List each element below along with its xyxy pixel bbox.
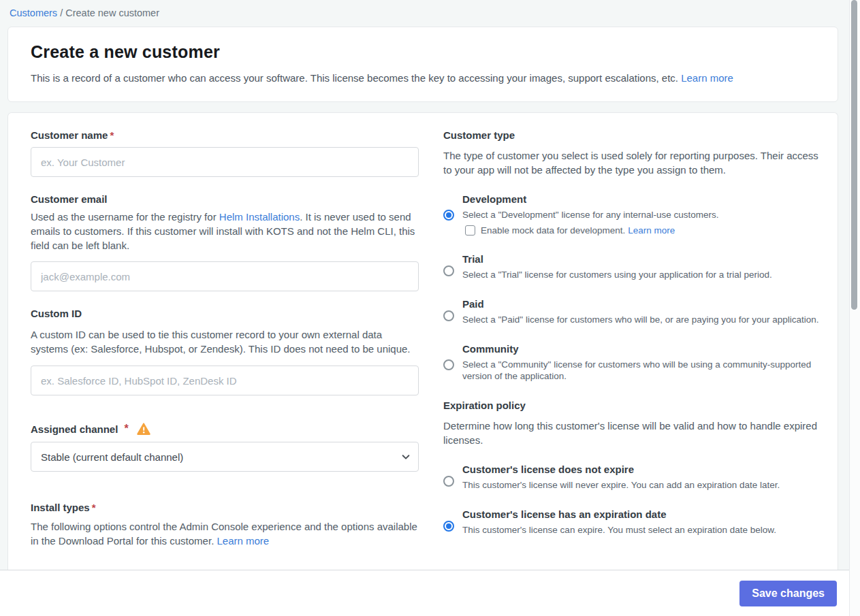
customer-name-label-text: Customer name — [31, 129, 108, 141]
breadcrumb-current: Create new customer — [65, 7, 159, 18]
expiration-policy-description: Determine how long this customer's licen… — [443, 419, 821, 447]
required-asterisk: * — [92, 502, 96, 513]
option-desc-trial: Select a "Trial" license for customers u… — [462, 269, 821, 280]
page-scrollbar-thumb[interactable] — [851, 0, 857, 310]
install-types-label: Install types* — [31, 502, 419, 513]
customer-type-option-community: Community Select a "Community" license f… — [443, 342, 821, 382]
customer-type-description: The type of customer you select is used … — [443, 149, 821, 177]
customer-type-option-trial: Trial Select a "Trial" license for custo… — [443, 252, 821, 280]
custom-id-label: Custom ID — [31, 308, 419, 319]
customer-type-options: Development Select a "Development" licen… — [443, 192, 823, 382]
footer-action-bar: Save changes — [0, 570, 849, 616]
customer-type-option-development: Development Select a "Development" licen… — [443, 192, 821, 236]
breadcrumb: Customers / Create new customer — [0, 0, 860, 18]
form-right-column: Customer type The type of customer you s… — [443, 129, 823, 552]
breadcrumb-customers-link[interactable]: Customers — [10, 7, 57, 18]
mock-data-checkbox-row: Enable mock data for development. Learn … — [462, 225, 821, 236]
expiration-option-no-expire: Customer's license does not expire This … — [443, 462, 821, 491]
customer-email-help: Used as the username for the registry fo… — [31, 210, 419, 253]
radio-trial[interactable] — [443, 265, 454, 276]
option-title-community: Community — [462, 342, 821, 357]
customer-form-card: Customer name* Customer email Used as th… — [7, 112, 838, 571]
assigned-channel-label-row: Assigned channel * — [31, 423, 419, 435]
mock-data-checkbox-label-text: Enable mock data for development. — [481, 225, 628, 236]
page-scrollbar-track[interactable] — [849, 0, 860, 616]
mock-data-checkbox-label: Enable mock data for development. Learn … — [481, 225, 675, 236]
mock-data-learn-more-link[interactable]: Learn more — [628, 225, 675, 236]
assigned-channel-label: Assigned channel — [31, 423, 118, 435]
option-title-development: Development — [462, 192, 821, 207]
option-desc-no-expire: This customer's license will never expir… — [462, 479, 821, 491]
header-learn-more-link[interactable]: Learn more — [681, 72, 733, 84]
customer-type-option-paid: Paid Select a "Paid" license for custome… — [443, 297, 821, 325]
customer-name-label: Customer name* — [31, 129, 419, 141]
form-left-column: Customer name* Customer email Used as th… — [31, 129, 419, 552]
page-title: Create a new customer — [23, 42, 815, 62]
expiration-policy-options: Customer's license does not expire This … — [443, 462, 823, 536]
expiration-policy-title: Expiration policy — [443, 400, 823, 411]
warning-triangle-icon — [137, 423, 150, 435]
assigned-channel-select[interactable]: Stable (current default channel) — [31, 442, 419, 472]
radio-license-has-expiration[interactable] — [443, 521, 454, 532]
option-title-trial: Trial — [462, 252, 821, 267]
customer-email-input[interactable] — [31, 261, 419, 291]
option-title-no-expire: Customer's license does not expire — [462, 462, 821, 477]
option-desc-community: Select a "Community" license for custome… — [462, 359, 821, 382]
helm-installations-link[interactable]: Helm Installations — [219, 211, 300, 223]
required-asterisk: * — [124, 423, 128, 435]
page-header-card: Create a new customer This is a record o… — [7, 27, 838, 102]
install-types-learn-more-link[interactable]: Learn more — [217, 535, 269, 547]
custom-id-help: A custom ID can be used to tie this cust… — [31, 327, 419, 356]
radio-development[interactable] — [443, 210, 454, 221]
option-desc-paid: Select a "Paid" license for customers wh… — [462, 314, 821, 325]
expiration-option-has-date: Customer's license has an expiration dat… — [443, 507, 821, 536]
customer-email-label: Customer email — [31, 193, 419, 205]
page-description-text: This is a record of a customer who can a… — [31, 72, 681, 84]
customer-type-title: Customer type — [443, 129, 823, 141]
required-asterisk: * — [110, 129, 114, 141]
radio-community[interactable] — [443, 359, 454, 370]
page-description: This is a record of a customer who can a… — [23, 72, 815, 84]
radio-paid[interactable] — [443, 310, 454, 321]
customer-name-input[interactable] — [31, 147, 419, 177]
mock-data-checkbox[interactable] — [465, 225, 475, 236]
radio-license-does-not-expire[interactable] — [443, 476, 454, 487]
option-desc-has-date: This customer's license can expire. You … — [462, 524, 821, 536]
customer-email-help-text: Used as the username for the registry fo… — [31, 211, 219, 223]
install-types-label-text: Install types — [31, 502, 90, 513]
custom-id-input[interactable] — [31, 366, 419, 395]
option-desc-development: Select a "Development" license for any i… — [462, 209, 821, 221]
install-types-help: The following options control the Admin … — [31, 519, 419, 548]
breadcrumb-separator: / — [57, 7, 65, 18]
option-title-has-date: Customer's license has an expiration dat… — [462, 507, 821, 522]
option-title-paid: Paid — [462, 297, 821, 312]
save-changes-button[interactable]: Save changes — [739, 581, 837, 606]
